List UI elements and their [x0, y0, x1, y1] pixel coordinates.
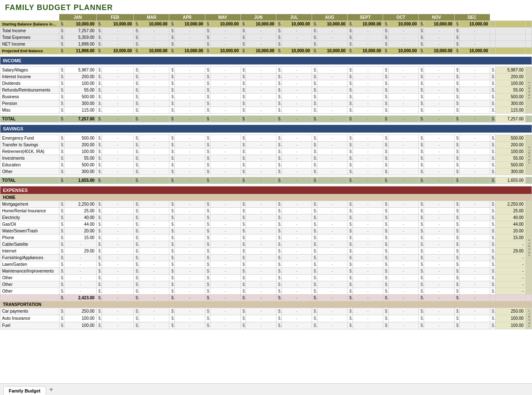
row-home-subtotal: $2,423.00 $- $- $- $- $- $- $- $- $- $- … — [0, 295, 532, 301]
row-dividends: Dividends $100.00 $- $- $- $- $- $- $- $… — [0, 80, 532, 87]
row-maintenance: Maintenance/Improvements $- $- $- $- $- … — [0, 268, 532, 275]
section-home-header: HOME — [0, 194, 532, 201]
row-total-expenses: Total Expenses $5,359.00 $- $- $- $- $- … — [0, 34, 532, 41]
header-feb: FEB — [96, 14, 133, 21]
row-car-payments: Car payments $250.00 $- $- $- $- $- $- $… — [0, 308, 532, 315]
tab-bar: Family Budget + — [0, 383, 532, 395]
tab-family-budget[interactable]: Family Budget — [3, 386, 46, 395]
row-pension: Pension $300.00 $- $- $- $- $- $- $- $- … — [0, 100, 532, 107]
row-home-insurance: Home/Rental Insurance $25.00 $- $- $- $-… — [0, 208, 532, 214]
row-auto-insurance: Auto Insurance $100.00 $- $- $- $- $- $-… — [0, 315, 532, 322]
row-savings-other: Other $300.00 $- $- $- $- $- $- $- $- $-… — [0, 168, 532, 175]
spreadsheet-container: FAMILY BUDGET PLANNER — [0, 0, 532, 395]
row-projected-balance: Projected End Balance $11,898.00 $10,000… — [0, 48, 532, 54]
row-lawn: Lawn/Garden $- $- $- $- $- $- $- $- $- $… — [0, 261, 532, 268]
row-phone: Phone $15.00 $- $- $- $- $- $- $- $- $- … — [0, 234, 532, 241]
row-electricity: Electricity $40.00 $- $- $- $- $- $- $- … — [0, 214, 532, 221]
row-salary: Salary/Wages $5,987.00 $- $- $- $- $- $-… — [0, 67, 532, 74]
header-jun: JUN — [240, 14, 276, 21]
section-expenses-header: EXPENSES — [0, 186, 532, 194]
header-nov: NOV — [419, 14, 454, 21]
header-jan: JAN — [59, 14, 96, 21]
header-oct: OCT — [383, 14, 419, 21]
row-home-other2: Other $- $- $- $- $- $- $- $- $- $- $- $… — [0, 281, 532, 288]
row-gas-oil: Gas/Oil $44.00 $- $- $- $- $- $- $- $- $… — [0, 221, 532, 228]
row-business: Business $500.00 $- $- $- $- $- $- $- $-… — [0, 94, 532, 100]
row-home-other1: Other $- $- $- $- $- $- $- $- $- $- $- $… — [0, 275, 532, 281]
header-mar: MAR — [134, 14, 169, 21]
row-furnishing: Furnishing/Appliances $- $- $- $- $- $- … — [0, 255, 532, 261]
row-cable: Cable/Satelite $- $- $- $- $- $- $- $- $… — [0, 241, 532, 248]
row-starting-balance: Starting Balance (balance in acct) $10,0… — [0, 21, 532, 28]
budget-table: JAN FEB MAR APR MAY JUN JUL AUG SEPT OCT… — [0, 14, 532, 329]
row-fuel: Fuel $100.00 $- $- $- $- $- $- $- $- $- … — [0, 322, 532, 329]
header-dec: DEC — [454, 14, 490, 21]
section-income-header: INCOME — [0, 57, 532, 65]
header-jul: JUL — [276, 14, 312, 21]
header-apr: APR — [169, 14, 205, 21]
tab-add-button[interactable]: + — [47, 385, 56, 394]
row-internet: Internet $29.00 $- $- $- $- $- $- $- $- … — [0, 248, 532, 255]
header-sept: SEPT — [348, 14, 383, 21]
row-refunds: Refunds/Reimbursements $55.00 $- $- $- $… — [0, 87, 532, 94]
row-emergency-fund: Emergency Fund $500.00 $- $- $- $- $- $-… — [0, 135, 532, 142]
row-income-total: TOTAL $7,257.00 $- $- $- $- $- $- $- $- … — [0, 116, 532, 122]
row-mortgage: Mortgage/rent $2,250.00 $- $- $- $- $- $… — [0, 201, 532, 208]
section-savings-header: SAVINGS — [0, 125, 532, 133]
app-title: FAMILY BUDGET PLANNER — [0, 0, 532, 14]
header-may: MAY — [205, 14, 240, 21]
row-net-income: NET Income $1,898.00 $- $- $- $- $- $- $… — [0, 41, 532, 48]
row-misc-income: Misc $115.00 $- $- $- $- $- $- $- $- $- … — [0, 107, 532, 114]
row-education: Education $500.00 $- $- $- $- $- $- $- $… — [0, 162, 532, 168]
row-retirement: Retirement(401K, IRA) $100.00 $- $- $- $… — [0, 148, 532, 155]
row-home-other3: Other $- $- $- $- $- $- $- $- $- $- $- $… — [0, 288, 532, 295]
row-interest-income: Interest Income $200.00 $- $- $- $- $- $… — [0, 74, 532, 80]
row-total-income: Total Income $7,257.00 $- $- $- $- $- $-… — [0, 28, 532, 34]
row-investments: Investments $55.00 $- $- $- $- $- $- $- … — [0, 155, 532, 162]
header-aug: AUG — [312, 14, 348, 21]
row-water: Water/Sewer/Trash $20.00 $- $- $- $- $- … — [0, 228, 532, 234]
row-transfer-savings: Transfer to Savings $200.00 $- $- $- $- … — [0, 142, 532, 148]
row-savings-total: TOTAL $1,655.00 $- $- $- $- $- $- $- $- … — [0, 177, 532, 184]
section-transport-header: TRANSPORTATION — [0, 301, 532, 308]
